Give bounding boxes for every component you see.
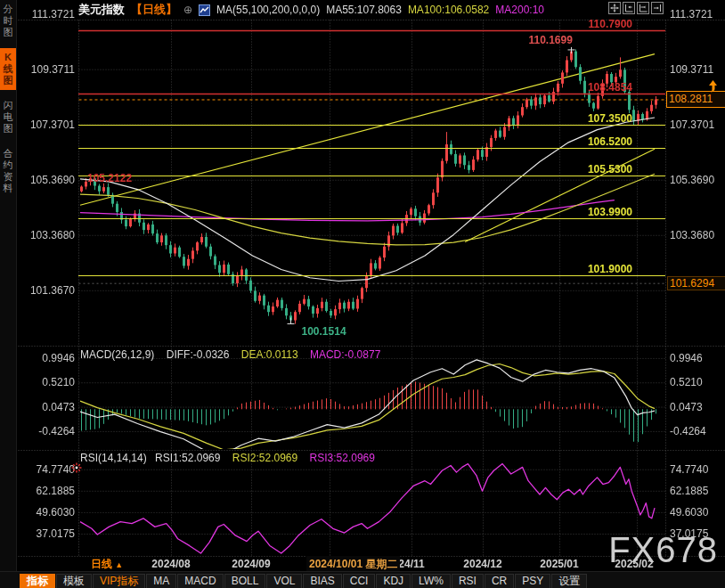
rsi-pane-header: RSI(14,14,14) RSI1:52.0969 RSI2:52.0969 …: [80, 452, 375, 464]
scroll-left-icon[interactable]: [623, 2, 635, 14]
indicator-marker-icon[interactable]: [71, 461, 82, 477]
toolbar-button-设置[interactable]: 设置: [551, 574, 587, 588]
go-latest-icon[interactable]: [651, 2, 664, 14]
chart-style-icon[interactable]: [199, 4, 210, 16]
price-alert-arrow-icon[interactable]: [706, 80, 720, 96]
macd-dea-value: DEA:0.0113: [241, 348, 298, 361]
macd-diff-value: DIFF:-0.0326: [167, 348, 230, 361]
toolbar-button-模板[interactable]: 模板: [56, 574, 92, 588]
toolbar-button-VOL[interactable]: VOL: [266, 574, 302, 588]
ma200-value: MA200:10: [495, 4, 544, 16]
toolbar-button-LW%[interactable]: LW%: [411, 574, 451, 588]
period-selector[interactable]: 日线 ▲: [91, 557, 123, 572]
chart-app-window: 分时图 K线图 闪电图 合约资料 美元指数 【日线】 ⊕ MA(55,100,2…: [0, 0, 725, 588]
chart-nav-controls: [608, 2, 664, 14]
sidebar-item-time-chart[interactable]: 分时图: [0, 0, 16, 42]
sidebar-item-lightning-chart[interactable]: 闪电图: [0, 96, 16, 138]
chart-header: 美元指数 【日线】 ⊕ MA(55,100,200,0,0,0) MA55:10…: [78, 2, 544, 18]
toolbar-button-CR[interactable]: CR: [485, 574, 514, 588]
rsi3-value: RSI3:52.0969: [310, 452, 375, 464]
sidebar-item-kline-chart[interactable]: K线图: [0, 48, 16, 90]
chevron-up-icon: ▲: [115, 560, 123, 569]
toolbar-button-BOLL[interactable]: BOLL: [224, 574, 266, 588]
session-low-box: 101.6294: [667, 276, 725, 290]
ma55-value: MA55:107.8063: [326, 4, 402, 16]
chart-type-sidebar: 分时图 K线图 闪电图 合约资料: [0, 0, 17, 588]
time-axis: 日线 ▲ 2024/10/01 星期二: [0, 556, 725, 571]
toolbar-button-BIAS[interactable]: BIAS: [303, 574, 341, 588]
toolbar-button-PSY[interactable]: PSY: [515, 574, 550, 588]
instrument-title: 美元指数: [78, 2, 125, 18]
toolbar-button-MACD[interactable]: MACD: [177, 574, 223, 588]
pan-icon[interactable]: [608, 2, 621, 14]
toolbar-button-MA[interactable]: MA: [146, 574, 176, 588]
toolbar-button-指标[interactable]: 指标: [20, 574, 55, 588]
scroll-right-icon[interactable]: [637, 2, 649, 14]
period-tag: 【日线】: [131, 2, 177, 18]
toolbar-button-RSI[interactable]: RSI: [452, 574, 484, 588]
macd-title: MACD(26,12,9): [80, 348, 154, 361]
add-indicator-icon[interactable]: ⊕: [183, 4, 192, 16]
indicator-toolbar: 指标模板VIP指标MAMACDBOLLVOLBIASCCIKDJLW%RSICR…: [0, 571, 725, 588]
chart-canvas[interactable]: [0, 0, 725, 588]
sidebar-item-contract-info[interactable]: 合约资料: [0, 144, 16, 198]
rsi-title: RSI(14,14,14): [80, 452, 147, 464]
ma-settings-label: MA(55,100,200,0,0,0): [216, 4, 320, 16]
macd-hist-value: MACD:-0.0877: [310, 348, 380, 361]
toolbar-button-KDJ[interactable]: KDJ: [376, 574, 411, 588]
toolbar-button-CCI[interactable]: CCI: [343, 574, 376, 588]
rsi1-value: RSI1:52.0969: [155, 452, 220, 464]
macd-pane-header: MACD(26,12,9) DIFF:-0.0326 DEA:0.0113 MA…: [80, 348, 380, 361]
toolbar-button-VIP指标[interactable]: VIP指标: [93, 574, 145, 588]
rsi2-value: RSI2:52.0969: [232, 452, 297, 464]
ma100-value: MA100:106.0582: [408, 4, 489, 16]
